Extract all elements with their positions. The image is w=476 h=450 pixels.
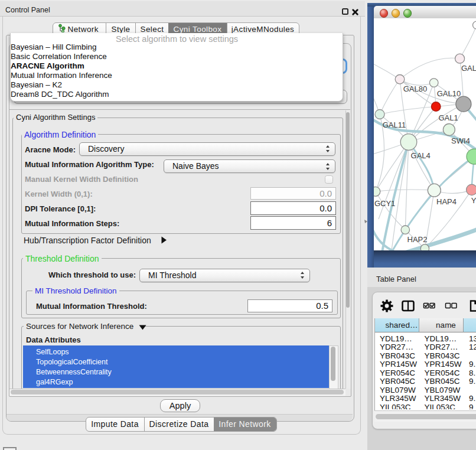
svg-text:GAL10: GAL10 xyxy=(437,89,461,97)
svg-text:GAL1: GAL1 xyxy=(438,113,458,122)
svg-text:Y: Y xyxy=(471,196,476,205)
svg-text:SWI4: SWI4 xyxy=(451,136,470,145)
svg-text:GCY1: GCY1 xyxy=(374,199,395,208)
svg-text:HAP2: HAP2 xyxy=(407,235,428,244)
svg-text:GAL4: GAL4 xyxy=(411,151,431,159)
svg-text:GAL: GAL xyxy=(461,64,476,73)
svg-text:HAP4: HAP4 xyxy=(436,197,457,206)
svg-text:GAL80: GAL80 xyxy=(403,84,427,93)
svg-text:GAL11: GAL11 xyxy=(383,120,406,129)
